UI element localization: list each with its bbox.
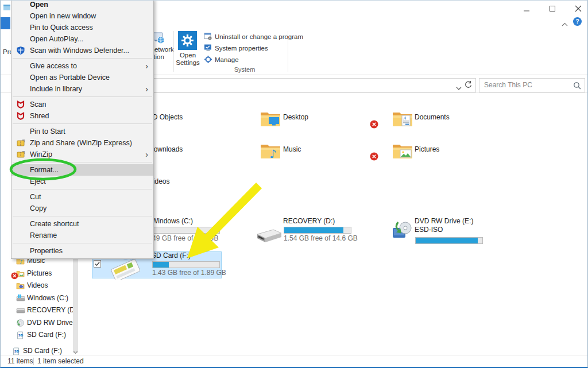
sd-card-icon: SD <box>12 347 21 355</box>
folder-tile-label: Documents <box>415 113 450 121</box>
menu-item-label: Scan with Windows Defender... <box>30 47 129 55</box>
drive-usage-bar <box>152 261 220 268</box>
search-input[interactable]: Search This PC <box>479 78 585 92</box>
menu-item-give-access-to[interactable]: Give access to› <box>11 60 153 72</box>
menu-item-open-as-portable-device[interactable]: Open as Portable Device <box>11 72 153 83</box>
menu-item-label: Open in new window <box>30 12 96 20</box>
minimize-button[interactable] <box>519 3 534 14</box>
drive-windows-icon <box>16 294 25 303</box>
drive-usage-fill <box>284 227 343 233</box>
mcafee-shield-icon <box>16 111 25 121</box>
system-properties-button[interactable]: System properties <box>204 43 268 53</box>
sync-error-icon <box>370 120 378 129</box>
address-dropdown-icon[interactable] <box>456 83 462 93</box>
window-app-icon <box>3 3 11 11</box>
help-button[interactable]: ? <box>573 17 582 26</box>
sync-error-icon <box>11 272 17 278</box>
menu-item-properties[interactable]: Properties <box>11 245 153 257</box>
menu-item-label: Rename <box>30 231 57 239</box>
ribbon-group-divider <box>288 31 288 72</box>
sidebar-item-label: SD Card (F:) <box>27 329 73 341</box>
status-selection-count: 1 item selected <box>37 357 84 365</box>
folder-pictures-icon <box>392 142 413 162</box>
uninstall-icon <box>204 32 212 41</box>
sd-big-icon <box>107 258 144 282</box>
address-bar[interactable] <box>98 78 476 92</box>
menu-item-format[interactable]: Format... <box>11 164 153 176</box>
manage-button[interactable]: Manage <box>204 55 239 65</box>
ribbon-group-divider <box>173 31 174 72</box>
menu-item-zip-and-share-winzip-express[interactable]: Zip and Share (WinZip Express) <box>11 137 153 149</box>
close-button[interactable] <box>571 3 586 14</box>
menu-separator <box>13 162 152 162</box>
drive-capacity-text: 1.43 GB free of 1.89 GB <box>152 269 226 277</box>
menu-item-pin-to-start[interactable]: Pin to Start <box>11 126 153 137</box>
submenu-arrow-icon: › <box>145 60 148 72</box>
file-tab[interactable] <box>1 17 10 29</box>
menu-item-cut[interactable]: Cut <box>11 191 153 203</box>
drive-capacity-text: 49 GB free of GB <box>152 234 218 242</box>
status-items-count: 11 items <box>7 357 33 365</box>
menu-item-label: WinZip <box>30 150 52 158</box>
menu-item-eject[interactable]: Eject <box>11 176 153 187</box>
menu-item-include-in-library[interactable]: Include in library› <box>11 83 153 95</box>
drive-usage-bar <box>284 227 351 234</box>
file-explorer-window: ? Properties Add a network location Open… <box>0 0 588 368</box>
menu-item-rename[interactable]: Rename <box>11 230 153 241</box>
winzip-icon <box>16 150 25 159</box>
menu-item-open-autoplay[interactable]: Open AutoPlay... <box>11 33 153 45</box>
menu-item-copy[interactable]: Copy <box>11 203 153 214</box>
search-placeholder: Search This PC <box>484 81 532 89</box>
winzip-icon <box>16 138 25 148</box>
sidebar-item-label: Videos <box>27 280 73 292</box>
menu-separator <box>13 96 152 97</box>
open-settings-label-2: Settings <box>176 59 200 66</box>
menu-item-open[interactable]: Open <box>11 0 153 10</box>
drive-tile-label: SD Card (F:) <box>152 251 191 259</box>
status-divider <box>33 358 34 365</box>
menu-item-create-shortcut[interactable]: Create shortcut <box>11 218 153 230</box>
menu-item-label: Scan <box>30 100 47 109</box>
ribbon-group-label: System <box>196 66 293 73</box>
drive-tile-label: RECOVERY (D:) <box>283 217 335 225</box>
drive-icon <box>16 306 25 315</box>
menu-item-label: Open as Portable Device <box>30 73 110 82</box>
search-icon <box>573 82 581 92</box>
open-settings-icon <box>178 31 197 50</box>
menu-item-open-in-new-window[interactable]: Open in new window <box>11 10 153 22</box>
menu-separator <box>13 243 152 243</box>
system-properties-icon <box>204 44 212 52</box>
svg-text:SD: SD <box>14 350 20 353</box>
menu-item-label: Cut <box>30 193 41 201</box>
ribbon-button-label: System properties <box>215 45 268 52</box>
menu-item-label: Include in library <box>30 85 82 93</box>
sidebar-item-label: Pictures <box>27 268 73 280</box>
drive-usage-fill <box>416 238 478 243</box>
dvd-big-icon <box>393 221 412 242</box>
svg-text:♪: ♪ <box>269 147 277 160</box>
manage-icon <box>204 55 212 64</box>
drive-dvd-icon <box>16 319 25 327</box>
menu-item-winzip[interactable]: WinZip› <box>11 149 153 160</box>
drive-usage-bar <box>415 237 483 244</box>
menu-item-scan-with-windows-defender[interactable]: Scan with Windows Defender... <box>11 45 153 56</box>
yellow-arrow-annotation <box>187 183 262 258</box>
context-menu: OpenOpen in new windowPin to Quick acces… <box>11 0 154 259</box>
mcafee-shield-icon <box>16 100 25 109</box>
sync-error-icon <box>370 152 378 161</box>
maximize-button[interactable] <box>545 3 560 14</box>
ribbon-button-label: Manage <box>215 56 239 63</box>
drive-checkbox[interactable] <box>94 259 101 267</box>
folder-documents-icon: A <box>392 110 413 130</box>
open-settings-button[interactable]: Open Settings <box>169 52 207 67</box>
menu-item-label: Format... <box>30 166 59 174</box>
menu-item-scan[interactable]: Scan <box>11 99 153 110</box>
sd-card-icon: SD <box>16 331 25 339</box>
svg-text:SD: SD <box>18 334 24 337</box>
menu-item-pin-to-quick-access[interactable]: Pin to Quick access <box>11 22 153 33</box>
collapse-ribbon-icon[interactable] <box>562 19 568 29</box>
uninstall-or-change-a-program-button[interactable]: Uninstall or change a program <box>204 32 303 42</box>
scrollbar-down-icon[interactable] <box>73 347 78 353</box>
menu-item-shred[interactable]: Shred <box>11 110 153 122</box>
refresh-icon[interactable] <box>464 80 473 91</box>
